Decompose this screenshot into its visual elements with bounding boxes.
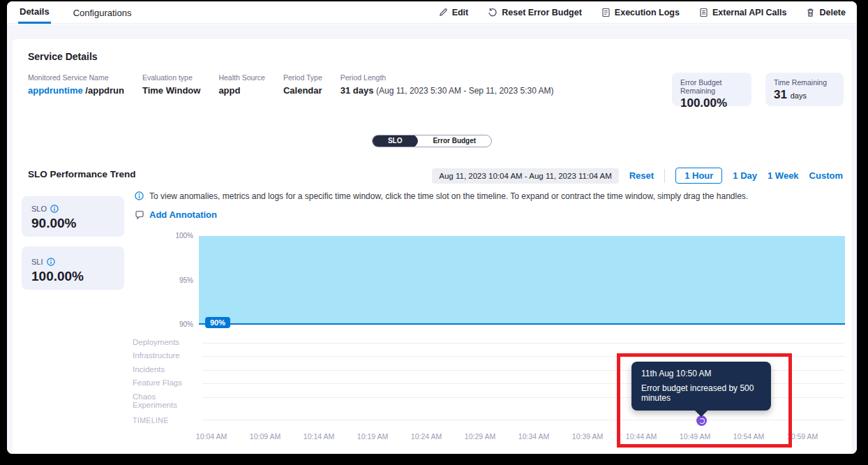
field-label: Monitored Service Name — [28, 73, 124, 82]
lane-line — [202, 343, 845, 344]
x-tick[interactable]: 10:24 AM — [402, 432, 451, 441]
field-label: Period Type — [283, 73, 322, 82]
period-1-week-link[interactable]: 1 Week — [768, 170, 799, 181]
period-1-hour-button[interactable]: 1 Hour — [675, 168, 722, 184]
reset-error-budget-button[interactable]: Reset Error Budget — [488, 8, 582, 17]
slo-value: 90.00% — [31, 216, 114, 231]
lane-chaos-experiments: Chaos Experiments — [133, 392, 202, 409]
divider — [664, 169, 665, 183]
monitored-service-link[interactable]: appdruntime — [28, 85, 83, 96]
x-tick[interactable]: 10:09 AM — [241, 432, 290, 441]
add-annotation-label: Add Annotation — [149, 209, 217, 220]
field-label: Health Source — [218, 73, 265, 82]
add-annotation-button[interactable]: Add Annotation — [135, 209, 217, 220]
tab-configurations[interactable]: Configurations — [72, 2, 133, 23]
y-tick-90: 90% — [164, 320, 193, 328]
edit-button[interactable]: Edit — [439, 8, 469, 17]
monitored-service-env: /appdrun — [85, 85, 124, 96]
reset-icon — [488, 8, 497, 17]
timeline-label: TIMELINE — [133, 416, 169, 425]
info-icon — [135, 191, 144, 200]
execution-logs-label: Execution Logs — [615, 8, 680, 17]
toggle-slo[interactable]: SLO — [373, 135, 418, 147]
annotation-glyph — [699, 418, 705, 424]
lane-deployments: Deployments — [133, 338, 202, 346]
sli-card: SLI 100.00% — [22, 246, 124, 290]
period-1-day-link[interactable]: 1 Day — [733, 170, 757, 181]
service-details-fields: Monitored Service Name appdruntime /appd… — [28, 73, 554, 96]
field-period-length: Period Length 31 days (Aug 11, 2023 5:30… — [341, 73, 554, 96]
edit-label: Edit — [452, 8, 469, 17]
reset-link[interactable]: Reset — [629, 170, 654, 181]
field-period-type: Period Type Calendar — [283, 73, 322, 96]
info-row: To view anomalies, metrics and logs for … — [135, 191, 805, 201]
card-value: 100.00% — [680, 96, 743, 110]
field-monitored-service-name: Monitored Service Name appdruntime /appd… — [28, 73, 124, 96]
timeline-line — [202, 420, 845, 420]
tooltip-text: Error budget increased by 500 minutes — [641, 383, 761, 403]
x-tick[interactable]: 10:39 AM — [563, 432, 612, 441]
field-value: 31 days — [341, 85, 374, 96]
date-range-chip[interactable]: Aug 11, 2023 10:04 AM - Aug 11, 2023 11:… — [432, 168, 618, 184]
slo-target-line — [199, 323, 845, 325]
x-tick[interactable]: 10:34 AM — [509, 432, 558, 441]
field-evaluation-type: Evaluation type Time Window — [142, 73, 200, 96]
lane-feature-flags: Feature Flags — [133, 378, 202, 387]
annotation-tooltip: 11th Aug 10:50 AM Error budget increased… — [631, 362, 771, 411]
document-icon — [699, 8, 708, 17]
lane-incidents: Incidents — [133, 365, 202, 374]
trend-title: SLO Performance Trend — [28, 169, 136, 179]
period-custom-link[interactable]: Custom — [809, 170, 843, 181]
view-toggle: SLO Error Budget — [372, 135, 492, 147]
x-tick[interactable]: 10:04 AM — [187, 432, 236, 441]
x-tick[interactable]: 10:59 AM — [778, 432, 827, 441]
info-icon[interactable] — [50, 205, 59, 213]
field-label: Evaluation type — [142, 73, 200, 82]
error-budget-remaining-card: Error Budget Remaining 100.00% — [672, 73, 751, 106]
x-tick[interactable]: 10:19 AM — [348, 432, 397, 441]
trend-controls: Aug 11, 2023 10:04 AM - Aug 11, 2023 11:… — [432, 168, 843, 184]
slo-label: SLO — [31, 205, 47, 213]
card-value: 31 — [774, 88, 787, 101]
tab-details[interactable]: Details — [18, 1, 51, 24]
external-api-calls-button[interactable]: External API Calls — [699, 8, 787, 17]
trash-icon — [806, 8, 815, 17]
card-unit: days — [791, 91, 807, 100]
info-text: To view anomalies, metrics and logs for … — [149, 191, 748, 201]
header-actions: Edit Reset Error Budget Execution Logs E… — [439, 8, 846, 17]
field-value: appd — [218, 85, 265, 96]
top-header: Details Configurations Edit Reset Error … — [7, 1, 857, 24]
lane-line — [202, 356, 845, 357]
card-label: Error Budget Remaining — [680, 78, 743, 95]
annotation-marker-icon[interactable] — [696, 415, 707, 426]
sli-value: 100.00% — [31, 269, 114, 284]
y-tick-95: 95% — [164, 276, 193, 284]
card-label: Time Remaining — [774, 78, 835, 87]
x-tick[interactable]: 10:29 AM — [456, 432, 504, 441]
x-tick[interactable]: 10:14 AM — [294, 432, 343, 441]
delete-button[interactable]: Delete — [806, 8, 846, 17]
x-tick[interactable]: 10:54 AM — [724, 432, 773, 441]
slo-card: SLO 90.00% — [22, 196, 124, 237]
sli-label: SLI — [31, 258, 43, 266]
tooltip-time: 11th Aug 10:50 AM — [641, 369, 761, 378]
app-window: Details Configurations Edit Reset Error … — [7, 1, 857, 454]
x-tick[interactable]: 10:44 AM — [617, 432, 666, 441]
field-value: Calendar — [283, 85, 322, 96]
speech-bubble-icon — [135, 210, 144, 220]
sli-area-series[interactable] — [199, 236, 845, 324]
time-remaining-card: Time Remaining 31 days — [765, 73, 844, 106]
toggle-error-budget[interactable]: Error Budget — [417, 135, 491, 147]
pencil-icon — [439, 8, 448, 17]
field-label: Period Length — [341, 73, 554, 82]
slo-target-badge: 90% — [205, 317, 230, 328]
x-tick[interactable]: 10:49 AM — [671, 432, 719, 441]
execution-logs-button[interactable]: Execution Logs — [601, 8, 680, 17]
lane-infrastructure: Infrastructure — [133, 351, 202, 360]
y-tick-100: 100% — [164, 232, 193, 239]
document-icon — [601, 8, 611, 17]
info-icon[interactable] — [47, 258, 55, 266]
period-range: (Aug 11, 2023 5:30 AM - Sep 11, 2023 5:3… — [376, 86, 553, 96]
service-details-title: Service Details — [28, 51, 98, 62]
field-value: Time Window — [142, 85, 200, 96]
